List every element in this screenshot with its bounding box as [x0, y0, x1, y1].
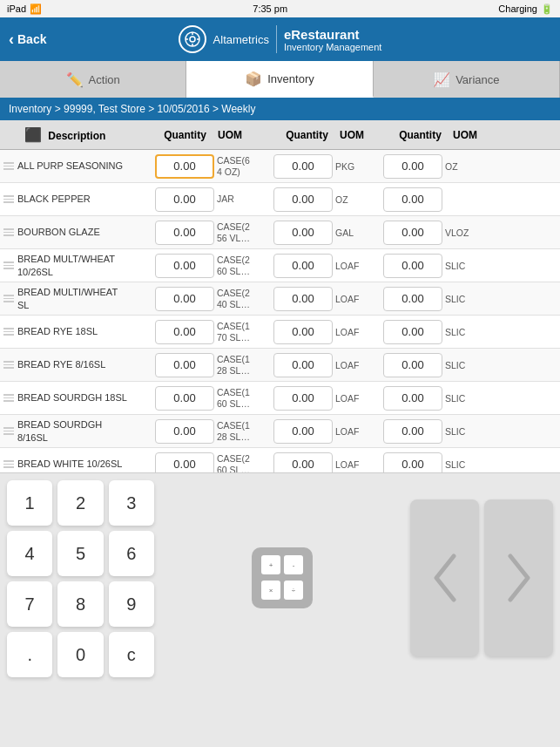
- handle-line: [3, 364, 14, 366]
- handle-line: [3, 427, 14, 429]
- handle-line: [3, 162, 14, 164]
- numpad-button-2[interactable]: 2: [57, 480, 103, 526]
- qty2-input[interactable]: [273, 452, 333, 473]
- qty1-input[interactable]: [155, 419, 214, 444]
- qty3-input[interactable]: [383, 419, 442, 444]
- status-bar: iPad 📶 7:35 pm Charging 🔋: [0, 0, 560, 17]
- qty3-input[interactable]: [383, 287, 442, 311]
- uom2-text: LOAF: [335, 459, 381, 470]
- handle-line: [3, 201, 14, 203]
- handle-line: [3, 367, 14, 369]
- qty2-input[interactable]: [273, 221, 333, 245]
- qty3-input[interactable]: [383, 353, 442, 377]
- numpad-button-3[interactable]: 3: [109, 480, 154, 526]
- status-left: iPad 📶: [7, 3, 42, 15]
- qty3-input[interactable]: [383, 187, 442, 212]
- table-row: BREAD RYE 8/16SL CASE(1 28 SL… LOAF SLIC: [0, 349, 560, 382]
- handle-line: [3, 268, 14, 269]
- handle-line: [3, 195, 14, 197]
- calc-cell-1: +: [261, 555, 280, 574]
- numpad-button-0[interactable]: 0: [57, 632, 103, 677]
- qty2-input[interactable]: [273, 320, 333, 344]
- table-header: ⬛ Description Quantity UOM Quantity UOM …: [0, 120, 560, 150]
- row-description: BREAD RYE 18SL: [17, 325, 152, 337]
- qty2-input[interactable]: [273, 287, 333, 311]
- row-handle: [0, 195, 17, 203]
- handle-line: [3, 464, 14, 465]
- uom2-text: LOAF: [335, 393, 381, 404]
- qty2-input[interactable]: [273, 154, 333, 179]
- qty1-input[interactable]: [155, 320, 214, 344]
- back-button[interactable]: ‹ Back: [9, 31, 78, 49]
- calculator-icon[interactable]: + - × ÷: [252, 547, 313, 608]
- qty3-input[interactable]: [383, 386, 442, 411]
- qty3-input[interactable]: [383, 254, 442, 278]
- handle-line: [3, 466, 14, 468]
- qty1-input[interactable]: [155, 254, 214, 278]
- row-handle: [0, 361, 17, 369]
- row-handle: [0, 261, 17, 269]
- uom3-text: SLIC: [445, 426, 560, 437]
- table-row: BREAD RYE 18SL CASE(1 70 SL… LOAF SLIC: [0, 316, 560, 349]
- handle-line: [3, 433, 14, 435]
- qty2-input[interactable]: [273, 419, 333, 444]
- tab-action[interactable]: ✏️ Action: [0, 61, 186, 98]
- qty1-input[interactable]: [155, 452, 214, 473]
- uom1-text: CASE(2 60 SL…: [217, 453, 271, 472]
- row-description: BREAD RYE 8/16SL: [17, 358, 152, 370]
- uom3-text: SLIC: [445, 294, 560, 304]
- tab-variance[interactable]: 📈 Variance: [374, 61, 560, 98]
- numpad-button-.[interactable]: .: [7, 632, 52, 677]
- ipad-label: iPad: [7, 3, 26, 14]
- qty1-input[interactable]: [155, 287, 214, 311]
- handle-line: [3, 400, 14, 402]
- qty1-input[interactable]: [155, 221, 214, 245]
- next-arrow-button[interactable]: [484, 499, 553, 656]
- numpad-button-9[interactable]: 9: [109, 581, 154, 627]
- handle-line: [3, 228, 14, 230]
- table-row: BOURBON GLAZE CASE(2 56 VL… GAL VLOZ: [0, 216, 560, 249]
- calc-cell-2: -: [284, 555, 303, 574]
- uom2-text: LOAF: [335, 360, 381, 370]
- row-handle: [0, 295, 17, 302]
- prev-arrow-button[interactable]: [410, 499, 479, 656]
- uom2-text: GAL: [335, 227, 381, 238]
- wifi-icon: 📶: [30, 3, 42, 15]
- qty1-input[interactable]: [155, 187, 214, 212]
- uom2-text: LOAF: [335, 294, 381, 304]
- qty2-input[interactable]: [273, 254, 333, 278]
- qty3-input[interactable]: [383, 320, 442, 344]
- qty1-input[interactable]: [155, 154, 214, 179]
- qty1-input[interactable]: [155, 386, 214, 411]
- numpad-button-1[interactable]: 1: [7, 480, 52, 526]
- bottom-area: 123456789.0c + - × ÷: [0, 472, 560, 682]
- table-row: BREAD MULT/WHEAT 10/26SL CASE(2 60 SL… L…: [0, 249, 560, 282]
- numpad-button-8[interactable]: 8: [57, 581, 103, 627]
- qty3-input[interactable]: [383, 452, 442, 473]
- numpad-button-7[interactable]: 7: [7, 581, 52, 627]
- qty3-input[interactable]: [383, 154, 442, 179]
- app-name: eRestaurant: [284, 27, 382, 42]
- numpad-button-4[interactable]: 4: [7, 531, 52, 576]
- table-row: BREAD MULTI/WHEAT SL CASE(2 40 SL… LOAF …: [0, 282, 560, 316]
- handle-line: [3, 331, 14, 333]
- numpad-button-6[interactable]: 6: [109, 531, 154, 576]
- numpad-button-5[interactable]: 5: [57, 531, 103, 576]
- qty1-input[interactable]: [155, 353, 214, 377]
- row-handle: [0, 460, 17, 468]
- uom1-text: CASE(2 60 SL…: [217, 255, 271, 276]
- qty2-input[interactable]: [273, 353, 333, 377]
- qty3-input[interactable]: [383, 221, 442, 245]
- qty2-input[interactable]: [273, 187, 333, 212]
- uom1-text: CASE(2 56 VL…: [217, 221, 271, 243]
- table-row: BREAD SOURDGH 18SL CASE(1 60 SL… LOAF SL…: [0, 382, 560, 415]
- handle-line: [3, 261, 14, 263]
- numpad-button-c[interactable]: c: [109, 632, 154, 677]
- uom2-text: LOAF: [335, 261, 381, 271]
- app-header: ‹ Back Altametrics eRestaurant Inventory…: [0, 17, 560, 61]
- row-handle: [0, 328, 17, 336]
- status-time: 7:35 pm: [253, 3, 287, 14]
- qty2-input[interactable]: [273, 386, 333, 411]
- status-right: Charging 🔋: [498, 3, 553, 15]
- tab-inventory[interactable]: 📦 Inventory: [186, 61, 373, 98]
